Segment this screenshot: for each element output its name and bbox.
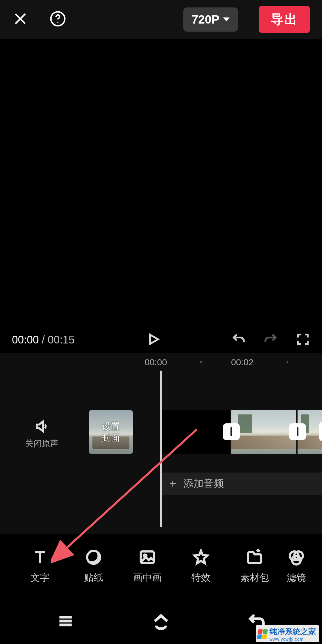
tool-pip[interactable]: 画中画	[120, 549, 174, 584]
resolution-label: 720P	[192, 13, 219, 26]
add-audio-label: 添加音频	[183, 477, 224, 490]
set-cover-button[interactable]: 设置 封面	[89, 410, 133, 454]
add-audio-button[interactable]: + 添加音频	[161, 473, 322, 495]
tool-label: 素材包	[240, 571, 269, 584]
playhead[interactable]	[160, 371, 162, 527]
redo-icon	[264, 332, 278, 348]
header-bar: 720P 导出	[0, 0, 322, 39]
nav-menu-icon[interactable]	[56, 612, 75, 631]
tool-sticker[interactable]: 贴纸	[67, 549, 120, 584]
timeline[interactable]: 00:00 • 00:02 • 关闭原声 设置 封面 + + 添加音频	[0, 353, 322, 534]
speaker-icon	[34, 419, 49, 434]
help-icon[interactable]	[49, 10, 66, 28]
watermark-logo-icon	[257, 629, 268, 639]
mute-original-sound[interactable]: 关闭原声	[0, 419, 83, 449]
resolution-button[interactable]: 720P	[183, 7, 238, 32]
sticker-icon	[85, 549, 102, 566]
ruler-dot: •	[200, 358, 202, 366]
ruler-tick: 00:02	[231, 357, 253, 367]
ruler-tick: 00:00	[145, 357, 167, 367]
undo-icon[interactable]	[231, 332, 246, 348]
svg-point-1	[57, 22, 58, 23]
transition-button[interactable]	[223, 423, 240, 440]
mute-label: 关闭原声	[0, 438, 83, 449]
text-icon	[31, 549, 49, 566]
folder-icon	[246, 549, 263, 566]
time-ruler: 00:00 • 00:02 •	[0, 353, 322, 371]
transition-button[interactable]	[289, 423, 306, 440]
tool-label: 文字	[30, 571, 49, 584]
filter-icon	[288, 549, 305, 566]
add-clip-button[interactable]: +	[319, 421, 322, 442]
watermark-brand: 纯净系统之家	[270, 627, 316, 636]
video-clip[interactable]	[231, 410, 296, 454]
watermark: 纯净系统之家 www.ycwjjy.com	[256, 625, 319, 642]
nav-home-icon[interactable]	[152, 612, 170, 631]
total-time: 00:15	[48, 334, 75, 346]
image-icon	[139, 549, 156, 566]
tool-label: 特效	[191, 571, 210, 584]
play-icon[interactable]	[146, 332, 160, 347]
video-clip[interactable]	[161, 410, 230, 454]
star-icon	[192, 549, 210, 566]
time-display: 00:00 / 00:15	[12, 334, 75, 346]
tool-effect[interactable]: 特效	[174, 549, 228, 584]
export-button[interactable]: 导出	[259, 6, 310, 33]
watermark-url: www.ycwjjy.com	[270, 637, 316, 642]
tool-label: 画中画	[133, 571, 162, 584]
tool-pack[interactable]: 素材包	[228, 549, 281, 584]
chevron-down-icon	[223, 16, 230, 23]
close-icon[interactable]	[12, 10, 29, 28]
tool-label: 贴纸	[84, 571, 103, 584]
cover-label: 设置 封面	[102, 420, 120, 444]
tool-text[interactable]: 文字	[13, 549, 67, 584]
ruler-dot: •	[286, 358, 289, 366]
play-bar: 00:00 / 00:15	[0, 326, 322, 353]
tool-label: 滤镜	[287, 571, 306, 584]
video-preview[interactable]	[0, 39, 322, 322]
current-time: 00:00	[12, 334, 39, 346]
tool-filter[interactable]: 滤镜	[281, 549, 311, 584]
preview-canvas	[33, 40, 289, 321]
export-label: 导出	[271, 12, 298, 26]
fullscreen-icon[interactable]	[296, 332, 310, 348]
plus-icon: +	[169, 477, 176, 490]
toolbar: 文字 贴纸 画中画 特效 素材包 滤镜	[0, 534, 322, 599]
